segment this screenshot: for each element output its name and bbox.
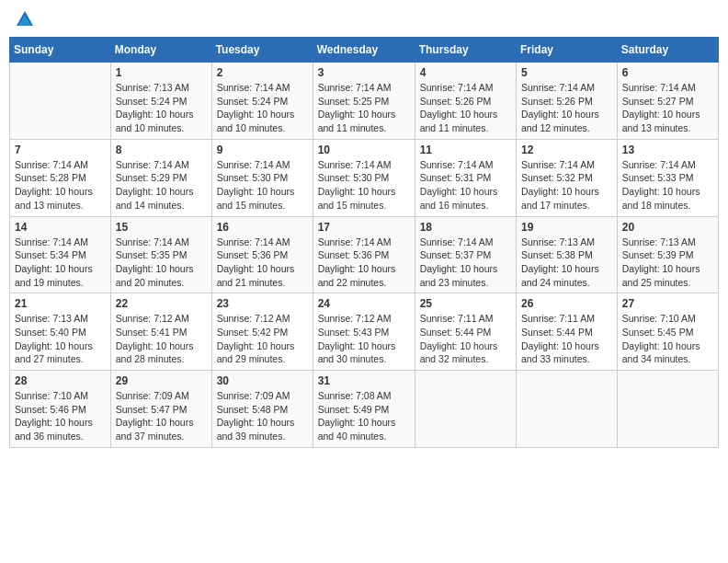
calendar-day-cell: 2Sunrise: 7:14 AMSunset: 5:24 PMDaylight…	[211, 63, 313, 140]
calendar-day-cell: 16Sunrise: 7:14 AMSunset: 5:36 PMDayligh…	[211, 216, 313, 293]
day-of-week-header: Wednesday	[313, 38, 415, 63]
day-number: 6	[622, 66, 713, 79]
page-header	[9, 9, 719, 29]
calendar-week-row: 14Sunrise: 7:14 AMSunset: 5:34 PMDayligh…	[10, 216, 719, 293]
day-number: 23	[217, 297, 308, 310]
day-info: Sunrise: 7:14 AMSunset: 5:26 PMDaylight:…	[420, 81, 511, 135]
day-number: 29	[116, 374, 207, 387]
calendar-week-row: 21Sunrise: 7:13 AMSunset: 5:40 PMDayligh…	[10, 293, 719, 371]
day-info: Sunrise: 7:14 AMSunset: 5:30 PMDaylight:…	[318, 158, 410, 213]
calendar-day-cell: 20Sunrise: 7:13 AMSunset: 5:39 PMDayligh…	[617, 216, 718, 293]
day-of-week-header: Tuesday	[211, 38, 313, 63]
day-info: Sunrise: 7:14 AMSunset: 5:36 PMDaylight:…	[217, 236, 308, 290]
day-number: 7	[15, 144, 106, 156]
day-info: Sunrise: 7:13 AMSunset: 5:40 PMDaylight:…	[15, 312, 106, 366]
calendar-day-cell: 21Sunrise: 7:13 AMSunset: 5:40 PMDayligh…	[10, 293, 111, 371]
day-info: Sunrise: 7:14 AMSunset: 5:35 PMDaylight:…	[116, 236, 207, 290]
calendar-day-cell: 30Sunrise: 7:09 AMSunset: 5:48 PMDayligh…	[211, 371, 313, 448]
day-info: Sunrise: 7:13 AMSunset: 5:38 PMDaylight:…	[521, 236, 612, 290]
day-info: Sunrise: 7:14 AMSunset: 5:26 PMDaylight:…	[521, 81, 612, 135]
calendar-day-cell: 27Sunrise: 7:10 AMSunset: 5:45 PMDayligh…	[617, 293, 718, 371]
day-number: 26	[521, 297, 612, 310]
calendar-day-cell	[10, 63, 111, 140]
day-number: 21	[15, 297, 106, 310]
calendar-week-row: 28Sunrise: 7:10 AMSunset: 5:46 PMDayligh…	[10, 371, 719, 448]
day-number: 20	[622, 221, 713, 234]
day-number: 15	[116, 221, 207, 234]
day-info: Sunrise: 7:12 AMSunset: 5:42 PMDaylight:…	[217, 312, 308, 366]
calendar-header-row: SundayMondayTuesdayWednesdayThursdayFrid…	[10, 38, 719, 63]
day-info: Sunrise: 7:14 AMSunset: 5:28 PMDaylight:…	[15, 158, 106, 213]
day-info: Sunrise: 7:14 AMSunset: 5:25 PMDaylight:…	[318, 81, 410, 135]
day-info: Sunrise: 7:13 AMSunset: 5:39 PMDaylight:…	[622, 236, 713, 290]
day-number: 19	[521, 221, 612, 234]
calendar-day-cell	[517, 371, 618, 448]
day-of-week-header: Saturday	[617, 38, 718, 63]
day-number: 10	[318, 144, 410, 156]
calendar-day-cell: 8Sunrise: 7:14 AMSunset: 5:29 PMDaylight…	[110, 139, 211, 216]
day-of-week-header: Monday	[110, 38, 211, 63]
calendar-day-cell: 31Sunrise: 7:08 AMSunset: 5:49 PMDayligh…	[313, 371, 415, 448]
day-number: 3	[318, 66, 410, 79]
day-number: 24	[318, 297, 410, 310]
calendar-day-cell: 23Sunrise: 7:12 AMSunset: 5:42 PMDayligh…	[211, 293, 313, 371]
calendar-day-cell: 14Sunrise: 7:14 AMSunset: 5:34 PMDayligh…	[10, 216, 111, 293]
calendar-week-row: 7Sunrise: 7:14 AMSunset: 5:28 PMDaylight…	[10, 139, 719, 216]
day-info: Sunrise: 7:14 AMSunset: 5:29 PMDaylight:…	[116, 158, 207, 213]
day-number: 30	[217, 374, 308, 387]
calendar-day-cell: 26Sunrise: 7:11 AMSunset: 5:44 PMDayligh…	[517, 293, 618, 371]
day-info: Sunrise: 7:09 AMSunset: 5:47 PMDaylight:…	[116, 389, 207, 443]
calendar-day-cell: 24Sunrise: 7:12 AMSunset: 5:43 PMDayligh…	[313, 293, 415, 371]
day-info: Sunrise: 7:10 AMSunset: 5:46 PMDaylight:…	[15, 389, 106, 443]
day-number: 31	[318, 374, 410, 387]
calendar-day-cell: 18Sunrise: 7:14 AMSunset: 5:37 PMDayligh…	[415, 216, 516, 293]
day-number: 28	[15, 374, 106, 387]
calendar-day-cell	[617, 371, 718, 448]
day-info: Sunrise: 7:11 AMSunset: 5:44 PMDaylight:…	[420, 312, 511, 366]
day-number: 12	[521, 144, 612, 156]
day-number: 8	[116, 144, 207, 156]
calendar-day-cell	[415, 371, 516, 448]
day-of-week-header: Friday	[517, 38, 618, 63]
day-info: Sunrise: 7:14 AMSunset: 5:32 PMDaylight:…	[521, 158, 612, 213]
calendar-table: SundayMondayTuesdayWednesdayThursdayFrid…	[9, 37, 719, 448]
day-number: 14	[15, 221, 106, 234]
calendar-day-cell: 11Sunrise: 7:14 AMSunset: 5:31 PMDayligh…	[415, 139, 516, 216]
day-info: Sunrise: 7:12 AMSunset: 5:43 PMDaylight:…	[318, 312, 410, 366]
calendar-week-row: 1Sunrise: 7:13 AMSunset: 5:24 PMDaylight…	[10, 63, 719, 140]
calendar-day-cell: 13Sunrise: 7:14 AMSunset: 5:33 PMDayligh…	[617, 139, 718, 216]
day-info: Sunrise: 7:12 AMSunset: 5:41 PMDaylight:…	[116, 312, 207, 366]
day-info: Sunrise: 7:11 AMSunset: 5:44 PMDaylight:…	[521, 312, 612, 366]
logo-icon	[15, 9, 35, 29]
day-info: Sunrise: 7:14 AMSunset: 5:34 PMDaylight:…	[15, 236, 106, 290]
calendar-day-cell: 17Sunrise: 7:14 AMSunset: 5:36 PMDayligh…	[313, 216, 415, 293]
calendar-day-cell: 15Sunrise: 7:14 AMSunset: 5:35 PMDayligh…	[110, 216, 211, 293]
logo	[13, 9, 35, 29]
calendar-day-cell: 12Sunrise: 7:14 AMSunset: 5:32 PMDayligh…	[517, 139, 618, 216]
calendar-day-cell: 10Sunrise: 7:14 AMSunset: 5:30 PMDayligh…	[313, 139, 415, 216]
calendar-day-cell: 9Sunrise: 7:14 AMSunset: 5:30 PMDaylight…	[211, 139, 313, 216]
calendar-day-cell: 19Sunrise: 7:13 AMSunset: 5:38 PMDayligh…	[517, 216, 618, 293]
calendar-day-cell: 1Sunrise: 7:13 AMSunset: 5:24 PMDaylight…	[110, 63, 211, 140]
day-number: 27	[622, 297, 713, 310]
day-number: 1	[116, 66, 207, 79]
day-number: 22	[116, 297, 207, 310]
calendar-day-cell: 5Sunrise: 7:14 AMSunset: 5:26 PMDaylight…	[517, 63, 618, 140]
day-of-week-header: Thursday	[415, 38, 516, 63]
day-info: Sunrise: 7:10 AMSunset: 5:45 PMDaylight:…	[622, 312, 713, 366]
calendar-day-cell: 25Sunrise: 7:11 AMSunset: 5:44 PMDayligh…	[415, 293, 516, 371]
calendar-day-cell: 28Sunrise: 7:10 AMSunset: 5:46 PMDayligh…	[10, 371, 111, 448]
day-number: 9	[217, 144, 308, 156]
day-info: Sunrise: 7:14 AMSunset: 5:37 PMDaylight:…	[420, 236, 511, 290]
calendar-day-cell: 22Sunrise: 7:12 AMSunset: 5:41 PMDayligh…	[110, 293, 211, 371]
day-number: 18	[420, 221, 511, 234]
calendar-day-cell: 7Sunrise: 7:14 AMSunset: 5:28 PMDaylight…	[10, 139, 111, 216]
day-info: Sunrise: 7:08 AMSunset: 5:49 PMDaylight:…	[318, 389, 410, 443]
day-number: 13	[622, 144, 713, 156]
calendar-day-cell: 4Sunrise: 7:14 AMSunset: 5:26 PMDaylight…	[415, 63, 516, 140]
day-info: Sunrise: 7:14 AMSunset: 5:31 PMDaylight:…	[420, 158, 511, 213]
day-number: 17	[318, 221, 410, 234]
day-number: 2	[217, 66, 308, 79]
day-number: 5	[521, 66, 612, 79]
calendar-day-cell: 3Sunrise: 7:14 AMSunset: 5:25 PMDaylight…	[313, 63, 415, 140]
